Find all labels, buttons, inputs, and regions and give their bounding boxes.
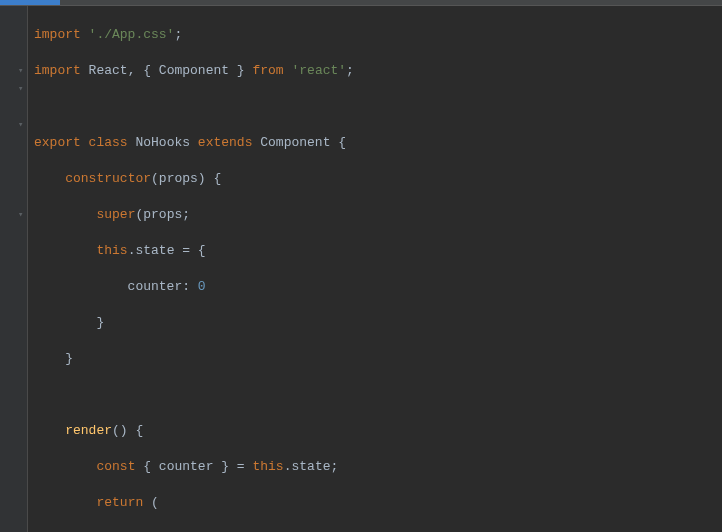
code-line: import React, { Component } from 'react'…	[34, 62, 722, 80]
fold-marker-icon[interactable]: ▾	[18, 80, 23, 98]
fold-marker-icon[interactable]: ▾	[18, 62, 23, 80]
code-line: constructor(props) {	[34, 170, 722, 188]
code-line: super(props;	[34, 206, 722, 224]
gutter: ▾ ▾ ▾ ▾	[0, 6, 28, 532]
fold-marker-icon[interactable]: ▾	[18, 116, 23, 134]
code-line: render() {	[34, 422, 722, 440]
fold-marker-icon[interactable]: ▾	[18, 206, 23, 224]
code-area[interactable]: import './App.css'; import React, { Comp…	[28, 6, 722, 532]
code-line: export class NoHooks extends Component {	[34, 134, 722, 152]
code-line: counter: 0	[34, 278, 722, 296]
code-line	[34, 386, 722, 404]
code-line: import './App.css';	[34, 26, 722, 44]
code-line	[34, 98, 722, 116]
code-line: return (	[34, 494, 722, 512]
code-line: this.state = {	[34, 242, 722, 260]
code-line: }	[34, 314, 722, 332]
code-editor[interactable]: ▾ ▾ ▾ ▾ import './App.css'; import React…	[0, 6, 722, 532]
code-line: }	[34, 350, 722, 368]
code-line: const { counter } = this.state;	[34, 458, 722, 476]
